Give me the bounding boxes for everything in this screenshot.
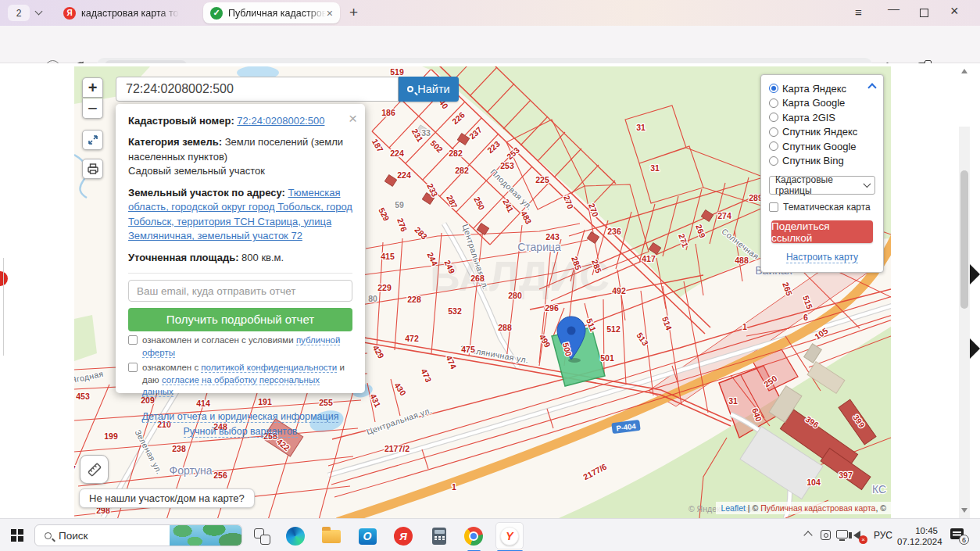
file-explorer-icon[interactable] <box>322 527 341 546</box>
parcel-number: 186 <box>381 108 395 117</box>
parcel-number: 228 <box>407 295 421 304</box>
parcel-number: 268 <box>470 274 485 283</box>
scroll-down-icon[interactable] <box>961 508 967 513</box>
parcel-number: 296 <box>545 303 559 313</box>
thematic-map-row[interactable]: Тематическая карта <box>769 202 875 213</box>
search-input[interactable]: 72:24:0208002:500 <box>116 77 399 102</box>
tab-inactive[interactable]: Я кадастровая карта тобол <box>56 2 201 23</box>
parcel-number: 256 <box>213 470 227 480</box>
leaflet-link[interactable]: Leaflet <box>721 503 746 513</box>
layer-option-2gis-map[interactable]: Карта 2GIS <box>769 110 875 125</box>
report-details-link[interactable]: Детали отчета и юридическая информация <box>142 411 339 423</box>
parcel-number: 280 <box>508 291 522 300</box>
side-panel-arrow-icon[interactable] <box>970 264 980 284</box>
share-link-button[interactable]: Поделиться ссылкой <box>771 220 873 243</box>
task-view-button[interactable] <box>252 527 271 546</box>
radio-icon <box>769 98 778 108</box>
find-button[interactable]: Найти <box>399 77 459 102</box>
layer-option-bing-sat[interactable]: Спутник Bing <box>769 154 875 169</box>
print-button[interactable] <box>82 159 103 179</box>
yandex-browser-icon[interactable]: Y <box>500 527 519 546</box>
web-page: ВАЛДИС Плодовая ул.Центральная ул.Землян… <box>0 63 980 518</box>
layer-option-google-sat[interactable]: Спутник Google <box>769 139 875 154</box>
parcel-number: 453 <box>76 392 90 401</box>
tray-device-icon[interactable] <box>821 530 831 540</box>
privacy-checkbox[interactable] <box>128 363 138 372</box>
email-field[interactable]: Ваш email, куда отправить отчет <box>128 280 352 302</box>
date: 07.12.2024 <box>897 536 938 547</box>
privacy-link[interactable]: политикой конфиденциальности <box>201 363 337 373</box>
parcel-number: 57 <box>74 464 76 474</box>
window-close-button[interactable]: × <box>950 4 959 18</box>
radio-icon <box>769 127 778 137</box>
clock[interactable]: 10:45 07.12.2024 <box>897 525 938 548</box>
layers-panel: Карта Яндекс Карта Google Карта 2GIS Спу… <box>760 74 884 273</box>
parcel-number: 488 <box>735 256 749 265</box>
place-label: КС <box>872 483 886 496</box>
parcel-number: 274 <box>717 211 731 220</box>
edge-icon[interactable] <box>286 527 305 546</box>
layer-option-google-map[interactable]: Карта Google <box>769 96 875 111</box>
tab-list-chevron-icon[interactable] <box>35 8 43 16</box>
pkk-link[interactable]: Публичная кадастровая карта <box>760 503 875 513</box>
map-container[interactable]: ВАЛДИС Плодовая ул.Центральная ул.Землян… <box>74 66 891 518</box>
language-indicator[interactable]: РУС <box>874 530 892 541</box>
parcel-number: 414 <box>196 399 210 408</box>
configure-map-link[interactable]: Настроить карту <box>786 252 858 263</box>
window-edge-line <box>3 258 4 356</box>
outlook-icon[interactable]: O <box>358 527 377 546</box>
bing-daily-image[interactable] <box>170 525 241 546</box>
parcel-number: 512 <box>606 324 621 334</box>
search-icon <box>407 86 413 92</box>
parcel-number: 31 <box>650 163 660 173</box>
fullscreen-button[interactable] <box>82 130 103 150</box>
offer-checkbox[interactable] <box>128 335 138 345</box>
taskbar-search[interactable]: Поиск <box>34 524 242 546</box>
layer-option-yandex-sat[interactable]: Спутник Яндекс <box>769 125 875 140</box>
parcel-number: 532 <box>448 306 462 316</box>
parcel-number: 288 <box>498 323 512 332</box>
tab-counter-button[interactable]: 2 <box>8 5 30 21</box>
window-maximize-button[interactable] <box>920 9 928 17</box>
scroll-up-icon[interactable] <box>961 69 967 73</box>
zoom-in-button[interactable]: + <box>82 77 103 98</box>
tray-expand-chevron-icon[interactable] <box>803 531 812 539</box>
side-panel-arrow-icon[interactable] <box>970 338 980 359</box>
side-tab-red-icon[interactable] <box>0 271 8 286</box>
new-tab-button[interactable]: + <box>349 4 358 21</box>
overlay-select[interactable]: Кадастровые границы <box>769 176 875 195</box>
parcel-number: 253 <box>500 161 514 170</box>
yandex-app-icon[interactable]: Я <box>394 527 413 546</box>
measure-button[interactable] <box>80 455 109 484</box>
place-label: Фортуна <box>170 464 213 477</box>
map-attribution: Leaflet | © Публичная кадастровая карта … <box>716 502 891 514</box>
parcel-number: 104 <box>807 478 821 487</box>
chrome-icon[interactable] <box>464 527 483 546</box>
window-menu-button[interactable]: ≡ <box>855 5 861 20</box>
radio-icon <box>769 141 778 151</box>
cad-number-row: Кадастровый номер: 72:24:0208002:500 <box>128 114 352 128</box>
cad-number-link[interactable]: 72:24:0208002:500 <box>237 115 324 127</box>
popup-close-icon[interactable]: × <box>349 109 357 130</box>
manual-choice-link[interactable]: Ручной выбор вариантов <box>184 426 298 438</box>
tray-network-icon[interactable] <box>836 530 848 538</box>
not-found-button[interactable]: Не нашли участок/дом на карте? <box>79 488 255 508</box>
layer-option-yandex-map[interactable]: Карта Яндекс <box>769 81 875 96</box>
ruler-icon <box>86 461 103 478</box>
zoom-out-button[interactable]: − <box>82 98 103 119</box>
calculator-icon[interactable] <box>430 527 449 546</box>
parcel-number: 282 <box>455 166 469 175</box>
parcel-number: 31 <box>636 123 646 132</box>
thematic-checkbox[interactable] <box>769 202 778 212</box>
get-report-button[interactable]: Получить подробный отчет <box>128 308 352 331</box>
tab-close-icon[interactable]: × <box>327 8 333 19</box>
expand-arrows-icon <box>87 134 99 146</box>
printer-icon <box>87 163 99 175</box>
tab-active[interactable]: ✓ Публичная кадастрова × <box>203 2 340 23</box>
personal-data-link[interactable]: согласие на обработку персональных данны… <box>142 375 320 398</box>
parcel-number: 6 <box>803 313 808 322</box>
window-minimize-button[interactable]: — <box>888 2 900 16</box>
area-row: Уточненная площадь: 800 кв.м. <box>128 251 352 265</box>
start-button[interactable] <box>11 529 23 542</box>
scrollbar-thumb[interactable] <box>960 170 968 309</box>
